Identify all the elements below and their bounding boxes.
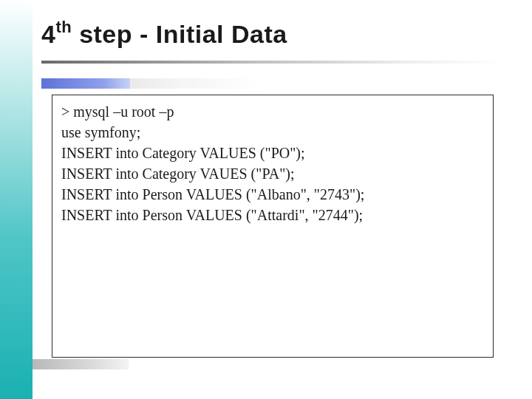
slide-title: 4th step - Initial Data xyxy=(41,19,287,49)
left-gradient-strip xyxy=(0,0,33,399)
title-underline xyxy=(41,61,505,64)
bottom-accent-bar xyxy=(33,359,129,369)
code-line: INSERT into Category VAUES ("PA"); xyxy=(61,163,484,184)
code-line: INSERT into Category VALUES ("PO"); xyxy=(61,143,484,163)
title-rest: step - Initial Data xyxy=(72,20,287,48)
code-box: > mysql –u root –p use symfony; INSERT i… xyxy=(52,95,494,358)
code-line: > mysql –u root –p xyxy=(61,101,484,122)
code-line: INSERT into Person VALUES ("Albano", "27… xyxy=(61,184,484,205)
title-ordinal: th xyxy=(55,18,72,36)
code-line: use symfony; xyxy=(61,122,484,143)
subtitle-bar-accent xyxy=(41,78,130,89)
title-row: 4th step - Initial Data xyxy=(41,18,514,64)
code-line: INSERT into Person VALUES ("Attardi", "2… xyxy=(61,205,484,225)
title-number: 4 xyxy=(41,20,55,48)
